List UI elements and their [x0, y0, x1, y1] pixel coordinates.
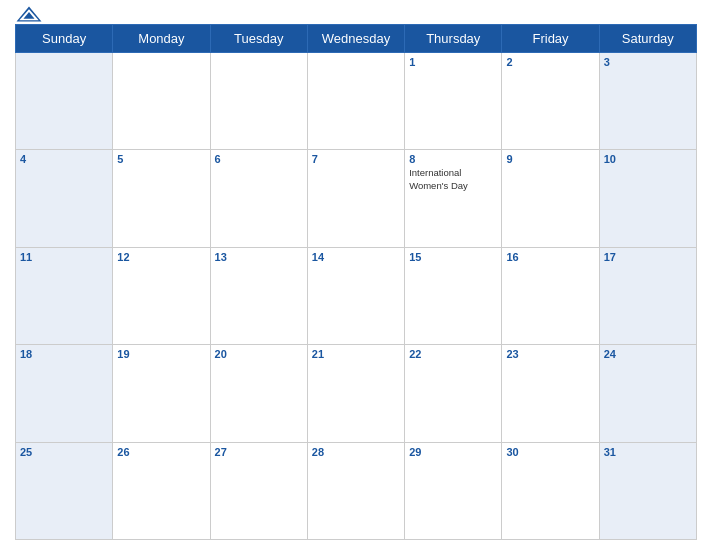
day-number: 15 [409, 251, 497, 263]
calendar-cell: 26 [113, 442, 210, 539]
calendar-cell: 8International Women's Day [405, 150, 502, 247]
calendar-cell: 18 [16, 345, 113, 442]
calendar-cell: 15 [405, 247, 502, 344]
day-number: 20 [215, 348, 303, 360]
calendar-cell [113, 53, 210, 150]
day-number: 13 [215, 251, 303, 263]
day-number: 31 [604, 446, 692, 458]
day-number: 1 [409, 56, 497, 68]
day-header-wednesday: Wednesday [307, 25, 404, 53]
days-header-row: SundayMondayTuesdayWednesdayThursdayFrid… [16, 25, 697, 53]
logo [15, 5, 43, 24]
day-number: 14 [312, 251, 400, 263]
calendar-cell: 11 [16, 247, 113, 344]
calendar-cell [307, 53, 404, 150]
day-number: 17 [604, 251, 692, 263]
day-number: 23 [506, 348, 594, 360]
calendar-cell: 30 [502, 442, 599, 539]
calendar-cell: 2 [502, 53, 599, 150]
day-number: 24 [604, 348, 692, 360]
week-row-1: 123 [16, 53, 697, 150]
event-label: International Women's Day [409, 167, 497, 192]
calendar-cell: 24 [599, 345, 696, 442]
calendar-cell: 20 [210, 345, 307, 442]
day-number: 10 [604, 153, 692, 165]
day-number: 16 [506, 251, 594, 263]
calendar-cell: 16 [502, 247, 599, 344]
calendar-cell: 17 [599, 247, 696, 344]
calendar-cell: 31 [599, 442, 696, 539]
calendar-cell: 28 [307, 442, 404, 539]
calendar-cell: 1 [405, 53, 502, 150]
calendar-cell: 25 [16, 442, 113, 539]
day-number: 29 [409, 446, 497, 458]
calendar-cell: 13 [210, 247, 307, 344]
calendar-cell: 12 [113, 247, 210, 344]
calendar-cell: 3 [599, 53, 696, 150]
week-row-4: 18192021222324 [16, 345, 697, 442]
day-number: 27 [215, 446, 303, 458]
day-header-tuesday: Tuesday [210, 25, 307, 53]
day-number: 8 [409, 153, 497, 165]
calendar-cell: 19 [113, 345, 210, 442]
calendar-cell: 27 [210, 442, 307, 539]
week-row-5: 25262728293031 [16, 442, 697, 539]
day-number: 30 [506, 446, 594, 458]
day-number: 3 [604, 56, 692, 68]
day-number: 22 [409, 348, 497, 360]
calendar-cell: 10 [599, 150, 696, 247]
day-header-friday: Friday [502, 25, 599, 53]
week-row-2: 45678International Women's Day910 [16, 150, 697, 247]
day-number: 21 [312, 348, 400, 360]
day-number: 11 [20, 251, 108, 263]
calendar-cell [16, 53, 113, 150]
calendar-header [15, 10, 697, 18]
day-number: 6 [215, 153, 303, 165]
day-number: 12 [117, 251, 205, 263]
calendar-cell: 14 [307, 247, 404, 344]
day-number: 26 [117, 446, 205, 458]
day-number: 2 [506, 56, 594, 68]
day-header-monday: Monday [113, 25, 210, 53]
day-header-thursday: Thursday [405, 25, 502, 53]
calendar-cell: 29 [405, 442, 502, 539]
calendar-cell: 6 [210, 150, 307, 247]
calendar-cell: 23 [502, 345, 599, 442]
day-number: 5 [117, 153, 205, 165]
calendar-cell: 22 [405, 345, 502, 442]
calendar-table: SundayMondayTuesdayWednesdayThursdayFrid… [15, 24, 697, 540]
calendar-cell: 5 [113, 150, 210, 247]
calendar-cell: 4 [16, 150, 113, 247]
calendar-cell [210, 53, 307, 150]
day-number: 19 [117, 348, 205, 360]
calendar-cell: 7 [307, 150, 404, 247]
calendar-cell: 9 [502, 150, 599, 247]
day-number: 25 [20, 446, 108, 458]
day-number: 7 [312, 153, 400, 165]
day-header-saturday: Saturday [599, 25, 696, 53]
day-number: 4 [20, 153, 108, 165]
week-row-3: 11121314151617 [16, 247, 697, 344]
day-number: 18 [20, 348, 108, 360]
calendar-cell: 21 [307, 345, 404, 442]
day-number: 9 [506, 153, 594, 165]
day-number: 28 [312, 446, 400, 458]
day-header-sunday: Sunday [16, 25, 113, 53]
